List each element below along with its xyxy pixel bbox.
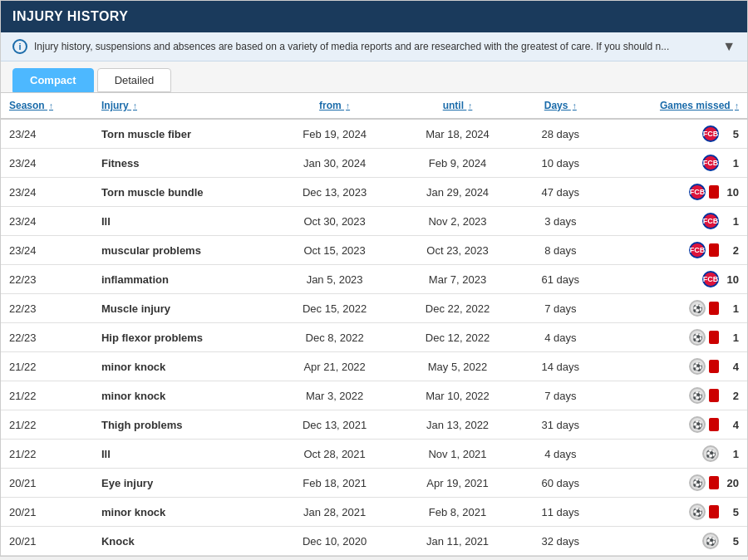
cell-until: Jan 13, 2022 <box>396 410 519 440</box>
cell-injury: inflammation <box>93 265 273 294</box>
cell-season: 23/24 <box>1 236 93 265</box>
cell-games: ⚽1 <box>602 323 747 352</box>
table-row: 23/24Torn muscle bundleDec 13, 2023Jan 2… <box>1 178 747 207</box>
badge-bayern: FCB <box>702 155 719 171</box>
cell-from: Dec 10, 2020 <box>273 527 396 556</box>
cell-until: Mar 10, 2022 <box>396 381 519 410</box>
cell-until: Nov 2, 2023 <box>396 207 519 236</box>
cell-from: Jan 5, 2023 <box>273 265 396 294</box>
games-count: 10 <box>722 273 739 286</box>
badge-bayern: FCB <box>689 184 706 200</box>
table-row: 20/21Eye injuryFeb 18, 2021Apr 19, 20216… <box>1 469 747 498</box>
col-until[interactable]: until ↑ <box>396 93 519 119</box>
cell-games: FCB10 <box>602 265 747 294</box>
col-season[interactable]: Season ↑ <box>1 93 93 119</box>
cell-from: Oct 15, 2023 <box>273 236 396 265</box>
cell-until: Apr 19, 2021 <box>396 469 519 498</box>
badge-bayern: FCB <box>702 271 719 287</box>
cell-from: Apr 21, 2022 <box>273 352 396 381</box>
cell-games: ⚽1 <box>602 440 747 469</box>
cell-until: Jan 29, 2024 <box>396 178 519 207</box>
cell-injury: Ill <box>93 207 273 236</box>
red-card-icon <box>709 418 719 431</box>
table-row: 23/24IllOct 30, 2023Nov 2, 20233 daysFCB… <box>1 207 747 236</box>
red-card-icon <box>709 505 719 518</box>
cell-injury: minor knock <box>93 498 273 527</box>
games-count: 1 <box>722 332 739 344</box>
red-card-icon <box>709 476 719 489</box>
table-row: 21/22minor knockApr 21, 2022May 5, 20221… <box>1 352 747 381</box>
cell-injury: minor knock <box>93 352 273 381</box>
cell-days: 4 days <box>519 440 602 469</box>
tab-bar: Compact Detailed <box>1 61 747 93</box>
cell-injury: Fitness <box>93 149 273 178</box>
cell-injury: minor knock <box>93 381 273 410</box>
cell-days: 31 days <box>519 410 602 440</box>
injury-table-wrap: Season ↑ Injury ↑ from ↑ until ↑ Days ↑ … <box>1 93 747 556</box>
games-count: 4 <box>722 419 739 431</box>
badge-bayern: FCB <box>702 213 719 229</box>
cell-season: 23/24 <box>1 149 93 178</box>
cell-season: 20/21 <box>1 469 93 498</box>
cell-games: ⚽20 <box>602 469 747 498</box>
col-injury[interactable]: Injury ↑ <box>93 93 273 119</box>
games-count: 1 <box>722 157 739 169</box>
red-card-icon <box>709 302 719 315</box>
red-card-icon <box>709 331 719 344</box>
games-count: 2 <box>722 244 739 257</box>
cell-injury: Muscle injury <box>93 294 273 323</box>
cell-season: 21/22 <box>1 352 93 381</box>
cell-season: 23/24 <box>1 178 93 207</box>
cell-days: 7 days <box>519 381 602 410</box>
injury-table: Season ↑ Injury ↑ from ↑ until ↑ Days ↑ … <box>1 93 747 556</box>
cell-days: 4 days <box>519 323 602 352</box>
cell-games: ⚽1 <box>602 294 747 323</box>
cell-until: Dec 22, 2022 <box>396 294 519 323</box>
col-from[interactable]: from ↑ <box>273 93 396 119</box>
tab-detailed[interactable]: Detailed <box>97 68 172 92</box>
games-count: 5 <box>722 506 739 518</box>
tab-compact[interactable]: Compact <box>12 68 94 92</box>
cell-season: 22/23 <box>1 323 93 352</box>
games-count: 20 <box>722 477 739 489</box>
games-count: 5 <box>722 535 739 548</box>
badge-old-club: ⚽ <box>689 387 706 404</box>
games-count: 4 <box>722 361 739 373</box>
red-card-icon <box>709 389 719 402</box>
info-icon: i <box>12 39 27 54</box>
badge-old-club: ⚽ <box>689 329 706 346</box>
games-count: 1 <box>722 448 739 460</box>
cell-days: 11 days <box>519 498 602 527</box>
cell-from: Mar 3, 2022 <box>273 381 396 410</box>
cell-days: 60 days <box>519 469 602 498</box>
cell-season: 20/21 <box>1 498 93 527</box>
cell-season: 22/23 <box>1 294 93 323</box>
cell-until: Dec 12, 2022 <box>396 323 519 352</box>
cell-days: 32 days <box>519 527 602 556</box>
games-count: 1 <box>722 215 739 228</box>
cell-from: Dec 13, 2021 <box>273 410 396 440</box>
cell-injury: Torn muscle fiber <box>93 119 273 149</box>
cell-season: 22/23 <box>1 265 93 294</box>
table-row: 22/23inflammationJan 5, 2023Mar 7, 20236… <box>1 265 747 294</box>
table-row: 23/24Torn muscle fiberFeb 19, 2024Mar 18… <box>1 119 747 149</box>
cell-games: ⚽2 <box>602 381 747 410</box>
badge-old-club: ⚽ <box>702 533 719 549</box>
cell-season: 23/24 <box>1 207 93 236</box>
col-games[interactable]: Games missed ↑ <box>602 93 747 119</box>
badge-bayern: FCB <box>702 125 719 142</box>
cell-days: 8 days <box>519 236 602 265</box>
cell-from: Jan 30, 2024 <box>273 149 396 178</box>
cell-injury: Torn muscle bundle <box>93 178 273 207</box>
cell-injury: Hip flexor problems <box>93 323 273 352</box>
games-count: 2 <box>722 390 739 402</box>
dropdown-arrow-icon[interactable]: ▼ <box>722 39 736 54</box>
cell-season: 21/22 <box>1 410 93 440</box>
cell-season: 23/24 <box>1 119 93 149</box>
cell-season: 21/22 <box>1 440 93 469</box>
col-days[interactable]: Days ↑ <box>519 93 602 119</box>
badge-old-club: ⚽ <box>689 504 706 520</box>
cell-days: 7 days <box>519 294 602 323</box>
table-row: 20/21KnockDec 10, 2020Jan 11, 202132 day… <box>1 527 747 556</box>
cell-days: 14 days <box>519 352 602 381</box>
